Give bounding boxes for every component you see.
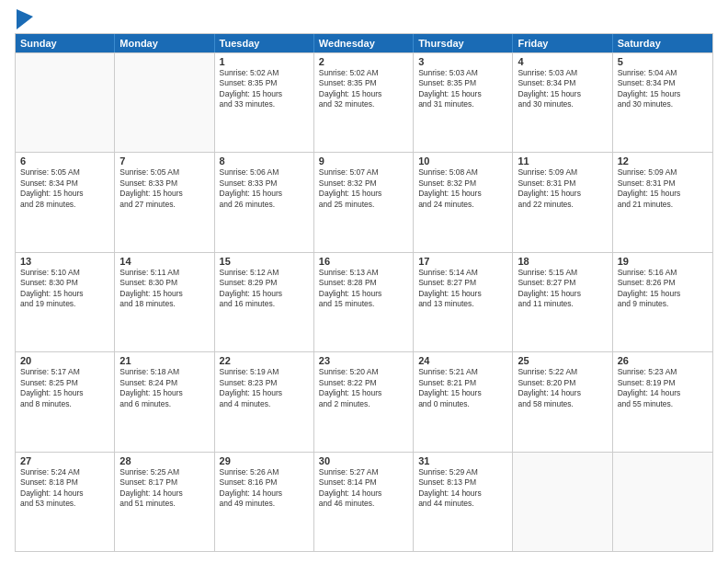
calendar-header: SundayMondayTuesdayWednesdayThursdayFrid…: [16, 34, 712, 52]
cal-cell-12: 12Sunrise: 5:09 AM Sunset: 8:31 PM Dayli…: [613, 153, 712, 251]
cell-info: Sunrise: 5:14 AM Sunset: 8:27 PM Dayligh…: [418, 268, 507, 310]
calendar-row-3: 13Sunrise: 5:10 AM Sunset: 8:30 PM Dayli…: [16, 252, 712, 351]
cell-info: Sunrise: 5:23 AM Sunset: 8:19 PM Dayligh…: [618, 367, 708, 409]
day-number: 3: [418, 56, 507, 67]
cal-cell-23: 23Sunrise: 5:20 AM Sunset: 8:22 PM Dayli…: [314, 352, 414, 451]
day-number: 20: [20, 355, 109, 366]
day-number: 15: [220, 256, 309, 267]
cal-cell-27: 27Sunrise: 5:24 AM Sunset: 8:18 PM Dayli…: [16, 453, 115, 551]
logo: [15, 11, 33, 29]
header-cell-thursday: Thursday: [414, 34, 513, 52]
cal-cell-22: 22Sunrise: 5:19 AM Sunset: 8:23 PM Dayli…: [215, 352, 314, 451]
cal-cell-30: 30Sunrise: 5:27 AM Sunset: 8:14 PM Dayli…: [314, 453, 414, 551]
cell-info: Sunrise: 5:02 AM Sunset: 8:35 PM Dayligh…: [220, 68, 309, 110]
header-cell-sunday: Sunday: [16, 34, 115, 52]
logo-icon: [17, 9, 33, 29]
day-number: 12: [618, 155, 708, 167]
cal-cell-empty-4-6: [613, 453, 712, 551]
header-cell-tuesday: Tuesday: [215, 34, 314, 52]
cal-cell-1: 1Sunrise: 5:02 AM Sunset: 8:35 PM Daylig…: [215, 53, 314, 152]
day-number: 9: [319, 155, 408, 167]
day-number: 13: [20, 256, 109, 267]
day-number: 30: [319, 455, 408, 466]
day-number: 26: [618, 355, 708, 366]
cal-cell-17: 17Sunrise: 5:14 AM Sunset: 8:27 PM Dayli…: [414, 253, 513, 351]
cal-cell-empty-0-0: [16, 53, 115, 152]
cell-info: Sunrise: 5:22 AM Sunset: 8:20 PM Dayligh…: [518, 367, 607, 409]
cal-cell-3: 3Sunrise: 5:03 AM Sunset: 8:35 PM Daylig…: [414, 53, 513, 152]
day-number: 25: [518, 355, 607, 366]
cal-cell-18: 18Sunrise: 5:15 AM Sunset: 8:27 PM Dayli…: [513, 253, 612, 351]
cell-info: Sunrise: 5:05 AM Sunset: 8:33 PM Dayligh…: [119, 167, 209, 210]
day-number: 18: [518, 256, 607, 267]
day-number: 17: [418, 256, 507, 267]
svg-marker-0: [17, 9, 33, 29]
cal-cell-8: 8Sunrise: 5:06 AM Sunset: 8:33 PM Daylig…: [215, 153, 314, 251]
day-number: 4: [518, 56, 607, 67]
cell-info: Sunrise: 5:25 AM Sunset: 8:17 PM Dayligh…: [119, 467, 209, 510]
cell-info: Sunrise: 5:27 AM Sunset: 8:14 PM Dayligh…: [319, 467, 408, 510]
calendar-row-5: 27Sunrise: 5:24 AM Sunset: 8:18 PM Dayli…: [16, 452, 712, 551]
cal-cell-24: 24Sunrise: 5:21 AM Sunset: 8:21 PM Dayli…: [414, 352, 513, 451]
calendar-body: 1Sunrise: 5:02 AM Sunset: 8:35 PM Daylig…: [16, 52, 712, 551]
cal-cell-31: 31Sunrise: 5:29 AM Sunset: 8:13 PM Dayli…: [414, 453, 513, 551]
page: SundayMondayTuesdayWednesdayThursdayFrid…: [0, 0, 728, 563]
day-number: 21: [119, 355, 209, 366]
cell-info: Sunrise: 5:20 AM Sunset: 8:22 PM Dayligh…: [319, 367, 408, 409]
cal-cell-21: 21Sunrise: 5:18 AM Sunset: 8:24 PM Dayli…: [115, 352, 214, 451]
cal-cell-11: 11Sunrise: 5:09 AM Sunset: 8:31 PM Dayli…: [513, 153, 612, 251]
day-number: 28: [119, 455, 209, 466]
day-number: 29: [220, 455, 309, 466]
cal-cell-25: 25Sunrise: 5:22 AM Sunset: 8:20 PM Dayli…: [513, 352, 612, 451]
header: [15, 11, 713, 29]
cell-info: Sunrise: 5:08 AM Sunset: 8:32 PM Dayligh…: [418, 167, 507, 210]
day-number: 19: [618, 256, 708, 267]
cal-cell-16: 16Sunrise: 5:13 AM Sunset: 8:28 PM Dayli…: [314, 253, 414, 351]
cell-info: Sunrise: 5:24 AM Sunset: 8:18 PM Dayligh…: [20, 467, 109, 510]
cal-cell-13: 13Sunrise: 5:10 AM Sunset: 8:30 PM Dayli…: [16, 253, 115, 351]
header-cell-wednesday: Wednesday: [314, 34, 414, 52]
day-number: 5: [618, 56, 708, 67]
day-number: 11: [518, 155, 607, 167]
cell-info: Sunrise: 5:15 AM Sunset: 8:27 PM Dayligh…: [518, 268, 607, 310]
cell-info: Sunrise: 5:06 AM Sunset: 8:33 PM Dayligh…: [220, 167, 309, 210]
cal-cell-15: 15Sunrise: 5:12 AM Sunset: 8:29 PM Dayli…: [215, 253, 314, 351]
cal-cell-2: 2Sunrise: 5:02 AM Sunset: 8:35 PM Daylig…: [314, 53, 414, 152]
cal-cell-29: 29Sunrise: 5:26 AM Sunset: 8:16 PM Dayli…: [215, 453, 314, 551]
cell-info: Sunrise: 5:17 AM Sunset: 8:25 PM Dayligh…: [20, 367, 109, 409]
cal-cell-5: 5Sunrise: 5:04 AM Sunset: 8:34 PM Daylig…: [613, 53, 712, 152]
calendar: SundayMondayTuesdayWednesdayThursdayFrid…: [15, 33, 713, 552]
cal-cell-6: 6Sunrise: 5:05 AM Sunset: 8:34 PM Daylig…: [16, 153, 115, 251]
cell-info: Sunrise: 5:18 AM Sunset: 8:24 PM Dayligh…: [119, 367, 209, 409]
day-number: 7: [119, 155, 209, 167]
day-number: 16: [319, 256, 408, 267]
cal-cell-empty-0-1: [115, 53, 214, 152]
cal-cell-10: 10Sunrise: 5:08 AM Sunset: 8:32 PM Dayli…: [414, 153, 513, 251]
cal-cell-20: 20Sunrise: 5:17 AM Sunset: 8:25 PM Dayli…: [16, 352, 115, 451]
cal-cell-4: 4Sunrise: 5:03 AM Sunset: 8:34 PM Daylig…: [513, 53, 612, 152]
day-number: 6: [20, 155, 109, 167]
calendar-row-1: 1Sunrise: 5:02 AM Sunset: 8:35 PM Daylig…: [16, 52, 712, 152]
cell-info: Sunrise: 5:26 AM Sunset: 8:16 PM Dayligh…: [220, 467, 309, 510]
header-cell-monday: Monday: [115, 34, 214, 52]
day-number: 22: [220, 355, 309, 366]
day-number: 2: [319, 56, 408, 67]
calendar-row-4: 20Sunrise: 5:17 AM Sunset: 8:25 PM Dayli…: [16, 351, 712, 451]
cal-cell-empty-4-5: [513, 453, 612, 551]
cell-info: Sunrise: 5:10 AM Sunset: 8:30 PM Dayligh…: [20, 268, 109, 310]
day-number: 1: [220, 56, 309, 67]
cell-info: Sunrise: 5:12 AM Sunset: 8:29 PM Dayligh…: [220, 268, 309, 310]
day-number: 31: [418, 455, 507, 466]
day-number: 27: [20, 455, 109, 466]
cell-info: Sunrise: 5:21 AM Sunset: 8:21 PM Dayligh…: [418, 367, 507, 409]
day-number: 24: [418, 355, 507, 366]
cal-cell-19: 19Sunrise: 5:16 AM Sunset: 8:26 PM Dayli…: [613, 253, 712, 351]
header-cell-friday: Friday: [513, 34, 612, 52]
cell-info: Sunrise: 5:02 AM Sunset: 8:35 PM Dayligh…: [319, 68, 408, 110]
day-number: 8: [220, 155, 309, 167]
cell-info: Sunrise: 5:16 AM Sunset: 8:26 PM Dayligh…: [618, 268, 708, 310]
cell-info: Sunrise: 5:03 AM Sunset: 8:35 PM Dayligh…: [418, 68, 507, 110]
cal-cell-7: 7Sunrise: 5:05 AM Sunset: 8:33 PM Daylig…: [115, 153, 214, 251]
cal-cell-28: 28Sunrise: 5:25 AM Sunset: 8:17 PM Dayli…: [115, 453, 214, 551]
day-number: 14: [119, 256, 209, 267]
